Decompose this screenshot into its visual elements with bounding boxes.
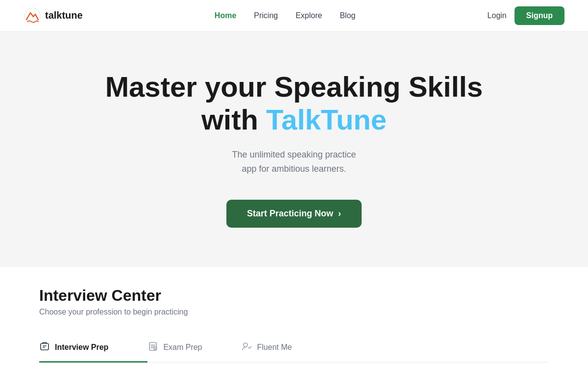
svg-point-5: [154, 347, 157, 350]
hero-title-line1: Master your Speaking Skills: [105, 71, 483, 103]
nav-home[interactable]: Home: [215, 11, 236, 20]
exam-prep-icon: [147, 341, 158, 354]
interview-prep-icon: [39, 341, 50, 354]
logo-text: talktune: [45, 10, 83, 21]
hero-title: Master your Speaking Skills with TalkTun…: [105, 71, 483, 136]
hero-subtitle: The unlimited speaking practice app for …: [232, 148, 356, 176]
svg-rect-2: [43, 345, 47, 346]
section-title: Interview Center: [39, 287, 549, 305]
navbar: talktune Home Pricing Explore Blog Login…: [0, 0, 588, 31]
tab-fluent-me-label: Fluent Me: [257, 343, 292, 352]
hero-subtitle-line2: app for ambitious learners.: [242, 164, 346, 174]
cta-label: Start Practicing Now: [247, 209, 333, 219]
section-subtitle: Choose your profession to begin practici…: [39, 308, 549, 316]
tab-interview-prep-label: Interview Prep: [55, 343, 108, 352]
logo-icon: [24, 7, 41, 25]
hero-title-line2-prefix: with: [201, 104, 266, 135]
cta-arrow-icon: ›: [338, 209, 341, 219]
signup-button[interactable]: Signup: [514, 6, 564, 25]
interview-center-section: Interview Center Choose your profession …: [0, 267, 588, 363]
hero-brand-name: TalkTune: [266, 104, 387, 135]
login-button[interactable]: Login: [488, 11, 507, 20]
hero-subtitle-line1: The unlimited speaking practice: [232, 150, 356, 159]
cta-button[interactable]: Start Practicing Now ›: [226, 200, 362, 228]
tab-exam-prep[interactable]: Exam Prep: [147, 334, 241, 363]
nav-explore[interactable]: Explore: [295, 11, 322, 20]
fluent-me-icon: [242, 341, 252, 354]
nav-blog[interactable]: Blog: [340, 11, 355, 20]
tab-exam-prep-label: Exam Prep: [163, 343, 202, 352]
hero-section: Master your Speaking Skills with TalkTun…: [0, 31, 588, 267]
tabs-bar: Interview Prep Exam Prep Fl: [39, 334, 549, 363]
svg-point-6: [244, 343, 247, 347]
nav-pricing[interactable]: Pricing: [254, 11, 278, 20]
nav-links: Home Pricing Explore Blog: [215, 11, 356, 20]
svg-rect-1: [41, 343, 49, 350]
tab-interview-prep[interactable]: Interview Prep: [39, 334, 147, 363]
tab-fluent-me[interactable]: Fluent Me: [242, 334, 331, 363]
logo[interactable]: talktune: [24, 7, 83, 25]
svg-rect-3: [43, 347, 45, 348]
navbar-actions: Login Signup: [488, 6, 564, 25]
